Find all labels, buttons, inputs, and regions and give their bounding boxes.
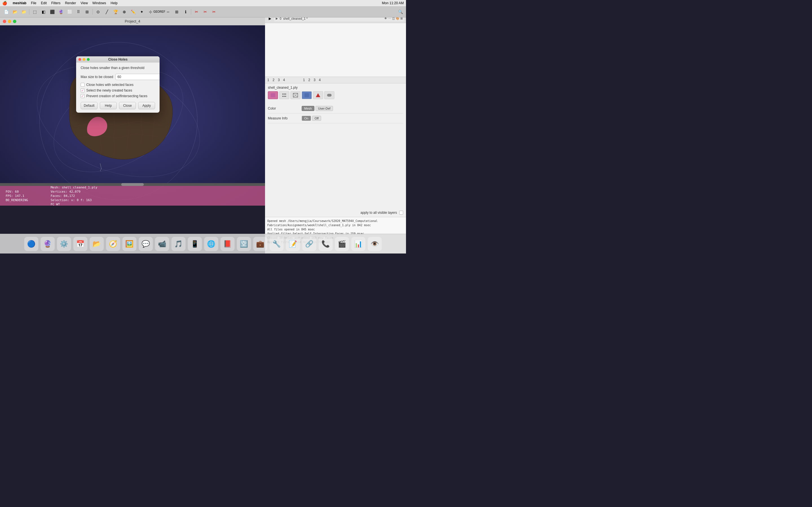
- select-new-checkbox[interactable]: ✓: [81, 89, 85, 93]
- menu-windows[interactable]: Windows: [93, 1, 106, 5]
- dock-finder[interactable]: 🔵: [24, 237, 38, 251]
- menu-filters[interactable]: Filters: [51, 1, 61, 5]
- dock-slack[interactable]: 💼: [253, 237, 267, 251]
- dock-siri[interactable]: 🔮: [41, 237, 55, 251]
- menu-meshlab[interactable]: meshlab: [13, 1, 27, 5]
- cut2-btn[interactable]: ✂: [201, 8, 209, 16]
- dock-finder2[interactable]: 📂: [90, 237, 104, 251]
- preview-solid-btn[interactable]: [268, 91, 278, 99]
- dialog-minimize-dot[interactable]: [83, 58, 86, 61]
- preview-wire-btn[interactable]: [290, 91, 301, 99]
- preview-gray-btn[interactable]: [324, 91, 335, 99]
- page-4-left[interactable]: 4: [283, 78, 285, 82]
- dock-tex[interactable]: 📝: [286, 237, 300, 251]
- close-dot[interactable]: [3, 20, 6, 23]
- default-button[interactable]: Default: [81, 102, 98, 109]
- dialog-close-dot[interactable]: [79, 58, 81, 61]
- prevent-self-checkbox[interactable]: ✓: [81, 94, 85, 98]
- dock-appstore[interactable]: 📱: [188, 237, 202, 251]
- page-1-left[interactable]: 1: [267, 78, 269, 82]
- measure-on-btn[interactable]: On: [302, 116, 311, 121]
- max-size-input[interactable]: [115, 74, 160, 80]
- measure-btn[interactable]: ⊞: [173, 8, 181, 16]
- dock-safari[interactable]: 🧭: [106, 237, 120, 251]
- dock-photos[interactable]: 🖼️: [122, 237, 137, 251]
- open-btn[interactable]: 📂: [11, 8, 19, 16]
- dock-facetime[interactable]: 📹: [155, 237, 169, 251]
- dock-premiere[interactable]: 🎬: [335, 237, 349, 251]
- close-holes-checkbox[interactable]: [81, 83, 85, 87]
- maximize-dot[interactable]: [13, 20, 16, 23]
- apply-button[interactable]: Apply: [138, 102, 155, 109]
- search-btn[interactable]: 🔍: [397, 8, 404, 15]
- align-btn[interactable]: ⊕: [120, 8, 128, 16]
- pencil-btn[interactable]: ✏️: [129, 8, 137, 16]
- dock-chrome[interactable]: 🌐: [204, 237, 218, 251]
- scrollbar-handle[interactable]: [121, 183, 144, 186]
- menu-render[interactable]: Render: [65, 1, 76, 5]
- dock-app3[interactable]: 🔗: [302, 237, 316, 251]
- dock-app4[interactable]: 👁️: [368, 237, 382, 251]
- pick-btn[interactable]: ✦: [138, 8, 146, 16]
- preview-blue-btn[interactable]: [302, 91, 312, 99]
- dock-acrobat[interactable]: 📕: [220, 237, 235, 251]
- preview-dots-btn[interactable]: [279, 91, 289, 99]
- circle-btn[interactable]: ⊙: [94, 8, 102, 16]
- menu-file[interactable]: File: [31, 1, 36, 5]
- fc-status: FC WT: [50, 203, 97, 206]
- measure-off-btn[interactable]: Off: [312, 116, 321, 121]
- box-btn[interactable]: ⬜: [66, 8, 73, 16]
- close-button[interactable]: Close: [119, 102, 136, 109]
- dock-messages[interactable]: 💬: [139, 237, 153, 251]
- page-3-left[interactable]: 3: [278, 78, 280, 82]
- dialog-buttons: Default Help Close Apply: [81, 102, 155, 109]
- georef-btn[interactable]: GEOREF: [155, 8, 163, 16]
- dock-zoom[interactable]: 📞: [319, 237, 333, 251]
- close-holes-dialog[interactable]: Close Holes Close holes smaller than a g…: [76, 56, 160, 113]
- dialog-description: Close holes smaller than a given thresho…: [81, 66, 155, 70]
- cut-btn[interactable]: ✂: [193, 8, 200, 16]
- check-mark-2: ✓: [81, 89, 84, 92]
- info-btn[interactable]: ℹ: [182, 8, 190, 16]
- menu-help[interactable]: Help: [110, 1, 117, 5]
- new-btn[interactable]: 📄: [2, 8, 10, 16]
- minimize-dot[interactable]: [8, 20, 11, 23]
- viewport-scrollbar[interactable]: [0, 183, 265, 186]
- dialog-body: Close holes smaller than a given thresho…: [76, 62, 160, 113]
- page-4-right[interactable]: 4: [319, 78, 321, 82]
- svg-point-7: [285, 94, 286, 95]
- cut3-btn[interactable]: ✂: [210, 8, 218, 16]
- mesh-color-btn[interactable]: Mesh: [302, 106, 314, 111]
- main-viewport[interactable]: FOV: 60 FPS: 147.1 BO_RENDERING Mesh: sh…: [0, 25, 265, 206]
- apply-all-checkbox[interactable]: [399, 211, 403, 215]
- apple-menu[interactable]: 🍎: [2, 1, 7, 5]
- dock-app1[interactable]: 🈳: [237, 237, 251, 251]
- grid-btn[interactable]: ⊞: [83, 8, 91, 16]
- help-button[interactable]: Help: [100, 102, 117, 109]
- view-btn[interactable]: 🔮: [57, 8, 65, 16]
- checkbox-row-2: ✓ Select the newly created faces: [81, 89, 155, 93]
- select2-btn[interactable]: ◧: [40, 8, 47, 16]
- dots-btn[interactable]: ⠿: [74, 8, 82, 16]
- dock-settings[interactable]: ⚙️: [57, 237, 71, 251]
- menu-edit[interactable]: Edit: [41, 1, 47, 5]
- page-2-right[interactable]: 2: [308, 78, 310, 82]
- userdef-color-btn[interactable]: User-Def: [315, 106, 333, 111]
- move-btn[interactable]: ↔: [164, 8, 172, 16]
- open-recent-btn[interactable]: 📁: [20, 8, 28, 16]
- dock-app2[interactable]: 🔧: [269, 237, 284, 251]
- select3-btn[interactable]: ⬛: [48, 8, 56, 16]
- line-btn[interactable]: ╱: [103, 8, 111, 16]
- menu-view[interactable]: View: [81, 1, 88, 5]
- page-3-right[interactable]: 3: [313, 78, 315, 82]
- page-2-left[interactable]: 2: [273, 78, 274, 82]
- cup-btn[interactable]: 🏆: [112, 8, 119, 16]
- page-1-right[interactable]: 1: [303, 78, 305, 82]
- dock-music[interactable]: 🎵: [171, 237, 186, 251]
- dock-ppt[interactable]: 📊: [351, 237, 365, 251]
- select-btn[interactable]: ⬚: [31, 8, 39, 16]
- dock-calendar[interactable]: 📅: [73, 237, 87, 251]
- dialog-maximize-dot[interactable]: [87, 58, 90, 61]
- preview-red-btn[interactable]: [313, 91, 323, 99]
- check-mark-3: ✓: [81, 94, 84, 98]
